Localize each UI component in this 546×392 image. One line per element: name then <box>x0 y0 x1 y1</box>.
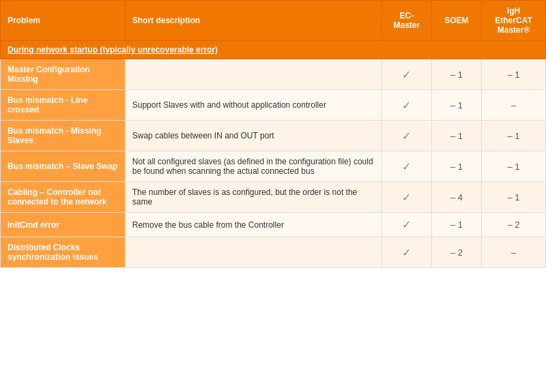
soem-cell: – 4 <box>431 182 481 213</box>
igh-value: – 1 <box>507 192 519 202</box>
ec-master-cell: ✓ <box>382 237 431 268</box>
checkmark-icon: ✓ <box>402 192 411 203</box>
igh-cell: – 2 <box>481 213 545 237</box>
header-igh: IgH EtherCAT Master® <box>481 1 545 41</box>
desc-cell: Swap cables between IN and OUT port <box>125 121 382 151</box>
table-row: Distributed Clocks synchronization issue… <box>1 237 546 268</box>
ec-master-cell: ✓ <box>382 151 431 182</box>
soem-cell: – 1 <box>431 151 481 182</box>
desc-cell: The number of slaves is as configured, b… <box>125 182 382 213</box>
checkmark-icon: ✓ <box>402 247 411 258</box>
igh-cell: – 1 <box>481 59 545 90</box>
desc-cell <box>125 237 382 268</box>
desc-cell: Remove the bus cable from the Controller <box>125 213 382 237</box>
checkmark-icon: ✓ <box>402 100 411 111</box>
soem-cell: – 1 <box>431 59 481 90</box>
igh-cell: – 1 <box>481 182 545 213</box>
table-row: Bus mismatch - Missing SlavesSwap cables… <box>1 121 546 151</box>
soem-value: – 2 <box>450 247 463 258</box>
ec-master-cell: ✓ <box>382 213 431 237</box>
header-problem: Problem <box>1 1 126 41</box>
table-row: Master Configuration Missing✓– 1– 1 <box>1 59 546 90</box>
checkmark-icon: ✓ <box>402 130 411 142</box>
soem-value: – 1 <box>450 220 463 230</box>
igh-value: – 1 <box>507 70 519 80</box>
soem-value: – 1 <box>450 100 463 110</box>
checkmark-icon: ✓ <box>402 219 411 230</box>
checkmark-icon: ✓ <box>402 69 411 80</box>
igh-value: – <box>511 100 516 110</box>
soem-value: – 1 <box>450 70 463 80</box>
igh-value: – <box>511 247 516 258</box>
desc-cell: Not all configured slaves (as defined in… <box>125 151 382 182</box>
table-row: Cabling – Controller not connected to th… <box>1 182 546 213</box>
header-ec: EC-Master <box>382 1 431 41</box>
problem-cell: Distributed Clocks synchronization issue… <box>1 237 126 268</box>
section-header-startup: During network startup (typically unreco… <box>1 41 546 59</box>
table-row: InitCmd errorRemove the bus cable from t… <box>1 213 546 237</box>
igh-cell: – 1 <box>481 151 545 182</box>
problem-cell: Bus mismatch - Line crossed <box>1 90 126 121</box>
soem-cell: – 1 <box>431 213 481 237</box>
problem-cell: Master Configuration Missing <box>1 59 126 90</box>
ec-master-cell: ✓ <box>382 90 431 121</box>
igh-cell: – 1 <box>481 121 545 151</box>
problem-cell: Cabling – Controller not connected to th… <box>1 182 126 213</box>
desc-cell: Support Slaves with and without applicat… <box>125 90 382 121</box>
desc-cell <box>125 59 382 90</box>
igh-cell: – <box>481 90 545 121</box>
igh-cell: – <box>481 237 545 268</box>
igh-value: – 1 <box>507 162 519 172</box>
soem-cell: – 1 <box>431 121 481 151</box>
problem-cell: InitCmd error <box>1 213 126 237</box>
table-row: Bus mismatch – Slave SwapNot all configu… <box>1 151 546 182</box>
ec-master-cell: ✓ <box>382 121 431 151</box>
igh-value: – 2 <box>507 220 519 230</box>
igh-value: – 1 <box>507 131 519 141</box>
soem-cell: – 1 <box>431 90 481 121</box>
problem-cell: Bus mismatch – Slave Swap <box>1 151 126 182</box>
ec-master-cell: ✓ <box>382 59 431 90</box>
header-desc: Short description <box>125 1 382 41</box>
soem-value: – 1 <box>450 131 463 141</box>
soem-value: – 1 <box>450 162 463 172</box>
soem-cell: – 2 <box>431 237 481 268</box>
problem-cell: Bus mismatch - Missing Slaves <box>1 121 126 151</box>
ec-master-cell: ✓ <box>382 182 431 213</box>
checkmark-icon: ✓ <box>402 161 411 172</box>
soem-value: – 4 <box>450 192 463 202</box>
header-soem: SOEM <box>431 1 481 41</box>
table-row: Bus mismatch - Line crossedSupport Slave… <box>1 90 546 121</box>
section-label: During network startup (typically unreco… <box>1 41 546 59</box>
